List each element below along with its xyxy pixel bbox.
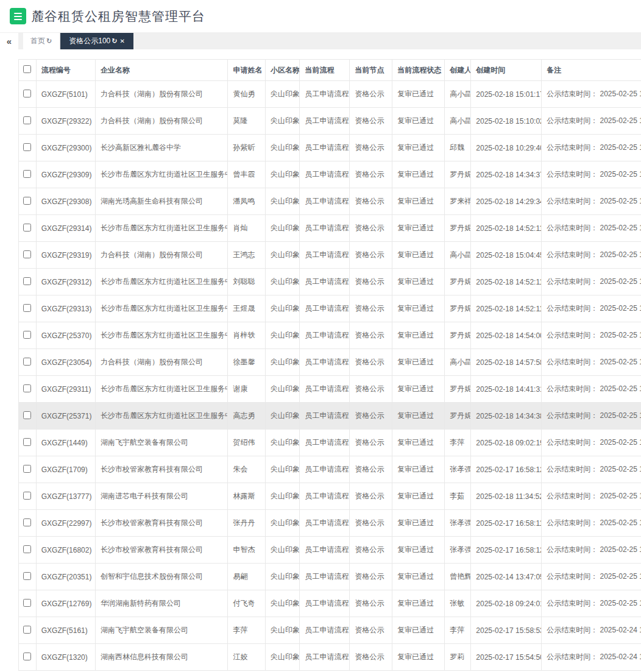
cell-applicant: 莫隆 [228,108,266,135]
app-header: 麓谷租赁公租房智慧管理平台 [0,0,641,32]
row-checkbox[interactable] [23,384,31,392]
cell-process: 员工申请流程 [300,108,350,135]
row-checkbox[interactable] [23,170,31,178]
table-row[interactable]: GXGZF(1449)湖南飞宇航空装备有限公司贺绍伟尖山印象员工申请流程资格公示… [19,430,641,456]
cell-remark: 公示结束时间： 2025-02-25 10:52:06 [542,510,641,537]
cell-applicant: 肖灿 [228,215,266,242]
cell-process: 员工申请流程 [300,135,350,161]
table-row[interactable]: GXGZF(22997)长沙市校管家教育科技有限公司张丹丹尖山印象员工申请流程资… [19,510,641,537]
cell-community: 尖山印象 [266,188,300,215]
table-row[interactable]: GXGZF(5161)湖南飞宇航空装备有限公司李萍尖山印象员工申请流程资格公示复… [19,617,641,644]
cell-creator: 张孝强 [445,456,471,483]
table-row[interactable]: GXGZF(29300)长沙高新区雅礼麓谷中学孙紫昕尖山印象员工申请流程资格公示… [19,135,641,161]
table-row[interactable]: GXGZF(29312)长沙市岳麓区东方红街道社区卫生服务中心刘聪聪尖山印象员工… [19,269,641,295]
collapse-tabs-icon[interactable]: « [0,33,18,49]
row-checkbox[interactable] [23,572,31,580]
refresh-icon[interactable]: ↻ [112,37,117,45]
row-checkbox[interactable] [23,626,31,634]
cell-process: 员工申请流程 [300,537,350,564]
cell-node: 资格公示 [350,403,392,430]
table-row[interactable]: GXGZF(20351)创智和宇信息技术股份有限公司易翩尖山印象员工申请流程资格… [19,564,641,590]
cell-node: 资格公示 [350,295,392,322]
cell-process: 员工申请流程 [300,349,350,376]
row-checkbox[interactable] [23,224,31,232]
row-checkbox[interactable] [23,599,31,607]
row-checkbox[interactable] [23,438,31,446]
cell-remark: 公示结束时间： 2025-02-25 14:45:43 [542,483,641,510]
refresh-icon[interactable]: ↻ [46,37,52,45]
tab-qualification-publicity[interactable]: 资格公示100 ↻ ✕ [60,33,133,49]
row-checkbox[interactable] [23,411,31,419]
row-checkbox[interactable] [23,545,31,553]
table-row[interactable]: GXGZF(16802)长沙市校管家教育科技有限公司申智杰尖山印象员工申请流程资… [19,537,641,564]
cell-applicant: 徐墨馨 [228,349,266,376]
cell-node: 资格公示 [350,617,392,644]
row-checkbox-cell [19,483,37,510]
table-row[interactable]: GXGZF(5101)力合科技（湖南）股份有限公司黄仙勇尖山印象员工申请流程资格… [19,81,641,108]
table-row[interactable]: GXGZF(29319)力合科技（湖南）股份有限公司王鸿志尖山印象员工申请流程资… [19,242,641,269]
row-checkbox[interactable] [23,250,31,258]
tab-home[interactable]: 首页 ↻ [23,33,59,49]
cell-applicant: 易翩 [228,564,266,590]
table-row[interactable]: GXGZF(29309)长沙市岳麓区东方红街道社区卫生服务中心曾丰霞尖山印象员工… [19,161,641,188]
row-checkbox[interactable] [23,465,31,473]
cell-node: 资格公示 [350,349,392,376]
table-row[interactable]: GXGZF(1320)湖南西林信息科技有限公司江姣尖山印象员工申请流程资格公示复… [19,644,641,671]
table-row[interactable]: GXGZF(1709)长沙市校管家教育科技有限公司朱会尖山印象员工申请流程资格公… [19,456,641,483]
row-checkbox[interactable] [23,143,31,151]
column-header: 小区名称 [266,60,300,81]
row-checkbox[interactable] [23,518,31,526]
cell-applicant: 张丹丹 [228,510,266,537]
cell-remark: 公示结束时间： 2025-02-25 14:45:53 [542,456,641,483]
table-row[interactable]: GXGZF(29313)长沙市岳麓区东方红街道社区卫生服务中心王煜晟尖山印象员工… [19,295,641,322]
table-row[interactable]: GXGZF(29308)湖南光琇高新生命科技有限公司潘凤鸣尖山印象员工申请流程资… [19,188,641,215]
cell-created: 2025-02-18 09:24:01 [471,590,542,617]
row-checkbox[interactable] [23,277,31,285]
row-checkbox[interactable] [23,331,31,339]
cell-company: 力合科技（湖南）股份有限公司 [96,108,228,135]
cell-applicant: 王鸿志 [228,242,266,269]
row-checkbox-cell [19,188,37,215]
cell-applicant: 付飞奇 [228,590,266,617]
table-row[interactable]: GXGZF(29314)长沙市岳麓区东方红街道社区卫生服务中心肖灿尖山印象员工申… [19,215,641,242]
table-row[interactable]: GXGZF(13777)湖南进芯电子科技有限公司林露斯尖山印象员工申请流程资格公… [19,483,641,510]
hamburger-menu-icon[interactable] [10,8,26,24]
row-checkbox-cell [19,161,37,188]
cell-status: 复审已通过 [392,510,445,537]
cell-company: 长沙市岳麓区东方红街道社区卫生服务中心 [96,403,228,430]
cell-community: 尖山印象 [266,456,300,483]
row-checkbox[interactable] [23,304,31,312]
select-all-checkbox[interactable] [23,65,31,73]
table-row[interactable]: GXGZF(23054)力合科技（湖南）股份有限公司徐墨馨尖山印象员工申请流程资… [19,349,641,376]
cell-company: 长沙市岳麓区东方红街道社区卫生服务中心 [96,269,228,295]
cell-creator: 张敏 [445,590,471,617]
row-checkbox[interactable] [23,358,31,366]
table-row[interactable]: GXGZF(12769)华润湖南新特药有限公司付飞奇尖山印象员工申请流程资格公示… [19,590,641,617]
cell-company: 长沙高新区雅礼麓谷中学 [96,135,228,161]
table-row[interactable]: GXGZF(25370)长沙市岳麓区东方红街道社区卫生服务中心肖梓轶尖山印象员工… [19,322,641,349]
cell-process: 员工申请流程 [300,430,350,456]
row-checkbox[interactable] [23,492,31,500]
table-row[interactable]: GXGZF(25371)长沙市岳麓区东方红街道社区卫生服务中心高志勇尖山印象员工… [19,403,641,430]
cell-applicant: 肖梓轶 [228,322,266,349]
cell-company: 湖南光琇高新生命科技有限公司 [96,188,228,215]
column-header: 当前流程状态 [392,60,445,81]
table-header-row: 流程编号企业名称申请姓名小区名称当前流程当前节点当前流程状态创建人创建时间备注 [19,60,641,81]
cell-applicant: 高志勇 [228,403,266,430]
cell-remark: 公示结束时间： 2025-02-25 15:05:07 [542,376,641,403]
table-row[interactable]: GXGZF(29322)力合科技（湖南）股份有限公司莫隆尖山印象员工申请流程资格… [19,108,641,135]
cell-status: 复审已通过 [392,644,445,671]
cell-company: 长沙市岳麓区东方红街道社区卫生服务中心 [96,376,228,403]
cell-creator: 罗丹妮 [445,376,471,403]
table-row[interactable]: GXGZF(29311)长沙市岳麓区东方红街道社区卫生服务中心谢康尖山印象员工申… [19,376,641,403]
row-checkbox[interactable] [23,197,31,205]
column-header: 当前节点 [350,60,392,81]
cell-applicant: 林露斯 [228,483,266,510]
row-checkbox[interactable] [23,116,31,124]
cell-process: 员工申请流程 [300,242,350,269]
row-checkbox-cell [19,108,37,135]
cell-creator: 高小晶 [445,81,471,108]
row-checkbox[interactable] [23,90,31,97]
row-checkbox[interactable] [23,653,31,660]
close-icon[interactable]: ✕ [119,38,124,44]
